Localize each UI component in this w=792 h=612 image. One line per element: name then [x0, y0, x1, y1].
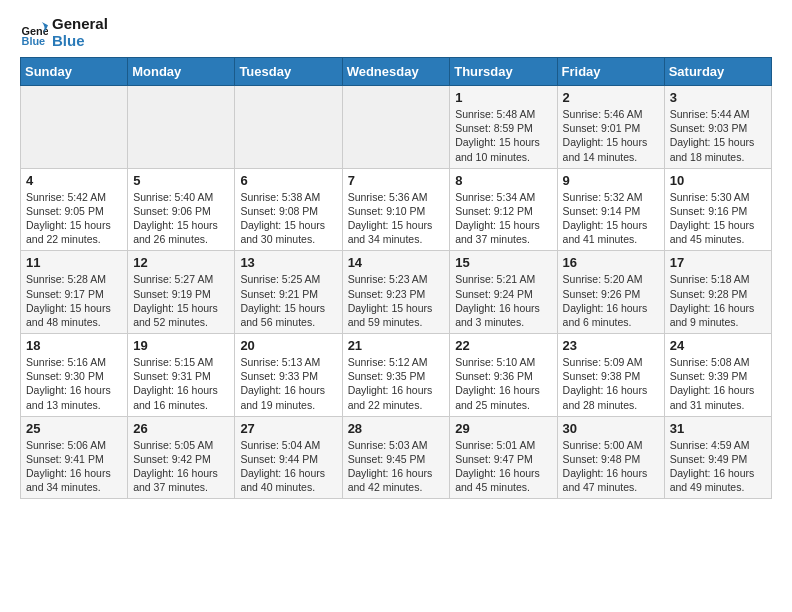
day-cell [342, 86, 450, 169]
weekday-header-thursday: Thursday [450, 58, 557, 86]
day-content: Sunrise: 5:09 AM Sunset: 9:38 PM Dayligh… [563, 355, 659, 412]
day-content: Sunrise: 5:46 AM Sunset: 9:01 PM Dayligh… [563, 107, 659, 164]
day-number: 25 [26, 421, 122, 436]
day-cell: 18Sunrise: 5:16 AM Sunset: 9:30 PM Dayli… [21, 334, 128, 417]
day-cell: 20Sunrise: 5:13 AM Sunset: 9:33 PM Dayli… [235, 334, 342, 417]
day-number: 27 [240, 421, 336, 436]
day-cell: 4Sunrise: 5:42 AM Sunset: 9:05 PM Daylig… [21, 168, 128, 251]
day-content: Sunrise: 5:30 AM Sunset: 9:16 PM Dayligh… [670, 190, 766, 247]
day-cell: 10Sunrise: 5:30 AM Sunset: 9:16 PM Dayli… [664, 168, 771, 251]
header: General Blue General Blue [20, 16, 772, 49]
week-row-2: 4Sunrise: 5:42 AM Sunset: 9:05 PM Daylig… [21, 168, 772, 251]
day-cell: 16Sunrise: 5:20 AM Sunset: 9:26 PM Dayli… [557, 251, 664, 334]
day-content: Sunrise: 5:44 AM Sunset: 9:03 PM Dayligh… [670, 107, 766, 164]
day-number: 24 [670, 338, 766, 353]
day-number: 12 [133, 255, 229, 270]
day-cell: 9Sunrise: 5:32 AM Sunset: 9:14 PM Daylig… [557, 168, 664, 251]
week-row-4: 18Sunrise: 5:16 AM Sunset: 9:30 PM Dayli… [21, 334, 772, 417]
weekday-header-sunday: Sunday [21, 58, 128, 86]
logo-general: General [52, 16, 108, 33]
day-content: Sunrise: 5:10 AM Sunset: 9:36 PM Dayligh… [455, 355, 551, 412]
weekday-header-saturday: Saturday [664, 58, 771, 86]
day-content: Sunrise: 5:34 AM Sunset: 9:12 PM Dayligh… [455, 190, 551, 247]
day-content: Sunrise: 5:28 AM Sunset: 9:17 PM Dayligh… [26, 272, 122, 329]
day-number: 31 [670, 421, 766, 436]
day-number: 1 [455, 90, 551, 105]
calendar: SundayMondayTuesdayWednesdayThursdayFrid… [20, 57, 772, 499]
day-number: 30 [563, 421, 659, 436]
weekday-header: SundayMondayTuesdayWednesdayThursdayFrid… [21, 58, 772, 86]
day-number: 9 [563, 173, 659, 188]
day-content: Sunrise: 4:59 AM Sunset: 9:49 PM Dayligh… [670, 438, 766, 495]
day-cell: 2Sunrise: 5:46 AM Sunset: 9:01 PM Daylig… [557, 86, 664, 169]
day-cell: 30Sunrise: 5:00 AM Sunset: 9:48 PM Dayli… [557, 416, 664, 499]
day-content: Sunrise: 5:05 AM Sunset: 9:42 PM Dayligh… [133, 438, 229, 495]
day-content: Sunrise: 5:03 AM Sunset: 9:45 PM Dayligh… [348, 438, 445, 495]
day-cell: 17Sunrise: 5:18 AM Sunset: 9:28 PM Dayli… [664, 251, 771, 334]
day-cell: 24Sunrise: 5:08 AM Sunset: 9:39 PM Dayli… [664, 334, 771, 417]
day-number: 21 [348, 338, 445, 353]
day-content: Sunrise: 5:36 AM Sunset: 9:10 PM Dayligh… [348, 190, 445, 247]
day-content: Sunrise: 5:25 AM Sunset: 9:21 PM Dayligh… [240, 272, 336, 329]
day-cell: 19Sunrise: 5:15 AM Sunset: 9:31 PM Dayli… [128, 334, 235, 417]
day-content: Sunrise: 5:20 AM Sunset: 9:26 PM Dayligh… [563, 272, 659, 329]
weekday-header-wednesday: Wednesday [342, 58, 450, 86]
day-content: Sunrise: 5:48 AM Sunset: 8:59 PM Dayligh… [455, 107, 551, 164]
day-number: 18 [26, 338, 122, 353]
day-content: Sunrise: 5:18 AM Sunset: 9:28 PM Dayligh… [670, 272, 766, 329]
day-number: 23 [563, 338, 659, 353]
day-cell: 7Sunrise: 5:36 AM Sunset: 9:10 PM Daylig… [342, 168, 450, 251]
day-content: Sunrise: 5:40 AM Sunset: 9:06 PM Dayligh… [133, 190, 229, 247]
day-number: 8 [455, 173, 551, 188]
day-number: 6 [240, 173, 336, 188]
day-number: 16 [563, 255, 659, 270]
day-number: 19 [133, 338, 229, 353]
day-number: 10 [670, 173, 766, 188]
day-number: 28 [348, 421, 445, 436]
day-cell: 13Sunrise: 5:25 AM Sunset: 9:21 PM Dayli… [235, 251, 342, 334]
svg-text:Blue: Blue [22, 34, 46, 46]
weekday-header-monday: Monday [128, 58, 235, 86]
day-cell: 3Sunrise: 5:44 AM Sunset: 9:03 PM Daylig… [664, 86, 771, 169]
day-content: Sunrise: 5:01 AM Sunset: 9:47 PM Dayligh… [455, 438, 551, 495]
day-number: 11 [26, 255, 122, 270]
day-content: Sunrise: 5:15 AM Sunset: 9:31 PM Dayligh… [133, 355, 229, 412]
day-number: 3 [670, 90, 766, 105]
day-number: 29 [455, 421, 551, 436]
day-cell: 1Sunrise: 5:48 AM Sunset: 8:59 PM Daylig… [450, 86, 557, 169]
day-content: Sunrise: 5:32 AM Sunset: 9:14 PM Dayligh… [563, 190, 659, 247]
day-content: Sunrise: 5:21 AM Sunset: 9:24 PM Dayligh… [455, 272, 551, 329]
day-cell: 5Sunrise: 5:40 AM Sunset: 9:06 PM Daylig… [128, 168, 235, 251]
day-cell: 29Sunrise: 5:01 AM Sunset: 9:47 PM Dayli… [450, 416, 557, 499]
day-number: 5 [133, 173, 229, 188]
day-cell: 31Sunrise: 4:59 AM Sunset: 9:49 PM Dayli… [664, 416, 771, 499]
day-cell [21, 86, 128, 169]
day-cell: 28Sunrise: 5:03 AM Sunset: 9:45 PM Dayli… [342, 416, 450, 499]
weekday-header-friday: Friday [557, 58, 664, 86]
calendar-body: 1Sunrise: 5:48 AM Sunset: 8:59 PM Daylig… [21, 86, 772, 499]
week-row-1: 1Sunrise: 5:48 AM Sunset: 8:59 PM Daylig… [21, 86, 772, 169]
day-cell: 14Sunrise: 5:23 AM Sunset: 9:23 PM Dayli… [342, 251, 450, 334]
day-number: 15 [455, 255, 551, 270]
day-cell: 25Sunrise: 5:06 AM Sunset: 9:41 PM Dayli… [21, 416, 128, 499]
day-cell: 12Sunrise: 5:27 AM Sunset: 9:19 PM Dayli… [128, 251, 235, 334]
day-cell: 23Sunrise: 5:09 AM Sunset: 9:38 PM Dayli… [557, 334, 664, 417]
day-cell: 22Sunrise: 5:10 AM Sunset: 9:36 PM Dayli… [450, 334, 557, 417]
day-number: 17 [670, 255, 766, 270]
logo-icon: General Blue [20, 19, 48, 47]
day-number: 20 [240, 338, 336, 353]
day-content: Sunrise: 5:23 AM Sunset: 9:23 PM Dayligh… [348, 272, 445, 329]
day-number: 14 [348, 255, 445, 270]
day-content: Sunrise: 5:38 AM Sunset: 9:08 PM Dayligh… [240, 190, 336, 247]
day-content: Sunrise: 5:16 AM Sunset: 9:30 PM Dayligh… [26, 355, 122, 412]
day-number: 7 [348, 173, 445, 188]
day-content: Sunrise: 5:13 AM Sunset: 9:33 PM Dayligh… [240, 355, 336, 412]
day-cell: 27Sunrise: 5:04 AM Sunset: 9:44 PM Dayli… [235, 416, 342, 499]
day-cell [128, 86, 235, 169]
day-content: Sunrise: 5:00 AM Sunset: 9:48 PM Dayligh… [563, 438, 659, 495]
day-cell: 11Sunrise: 5:28 AM Sunset: 9:17 PM Dayli… [21, 251, 128, 334]
day-cell: 21Sunrise: 5:12 AM Sunset: 9:35 PM Dayli… [342, 334, 450, 417]
day-content: Sunrise: 5:08 AM Sunset: 9:39 PM Dayligh… [670, 355, 766, 412]
day-cell: 26Sunrise: 5:05 AM Sunset: 9:42 PM Dayli… [128, 416, 235, 499]
week-row-5: 25Sunrise: 5:06 AM Sunset: 9:41 PM Dayli… [21, 416, 772, 499]
